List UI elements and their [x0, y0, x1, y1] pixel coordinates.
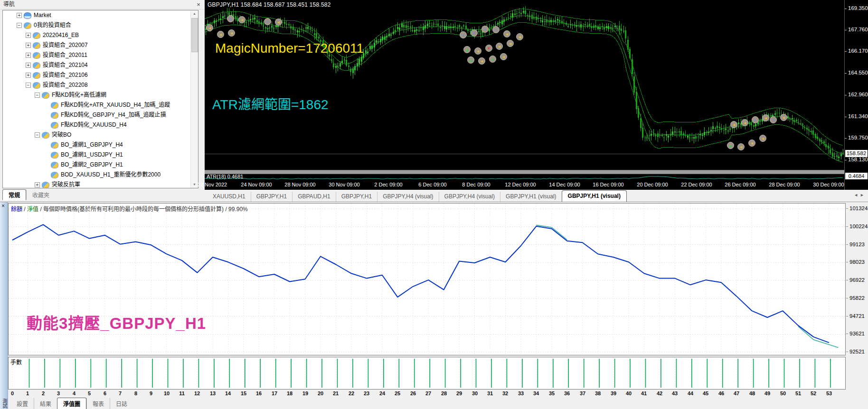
close-icon[interactable]: ×: [1, 203, 5, 209]
tree-spacer: [44, 142, 49, 148]
trade-marker-icon: ◄: [507, 40, 514, 47]
tree-item[interactable]: +投資組合_202011: [3, 50, 198, 60]
expand-icon[interactable]: +: [17, 13, 22, 18]
chart-tab[interactable]: GBPAUD,H1: [292, 192, 335, 202]
chart-ohlc-title: GBPJPY,H1 158.684 158.687 158.451 158.58…: [208, 1, 331, 8]
tree-item[interactable]: BO_濾網2_GBPJPY_H1: [3, 160, 198, 170]
date-axis-label: 6 Dec 09:00: [418, 182, 446, 187]
tester-tab-report[interactable]: 報表: [86, 398, 110, 409]
tree-item[interactable]: −突破BO: [3, 130, 198, 140]
tree-item[interactable]: −0我的投資組合: [3, 20, 198, 30]
collapse-icon[interactable]: −: [17, 23, 22, 28]
tester-tab-graph[interactable]: 淨值圖: [57, 398, 86, 409]
equity-tick: [846, 226, 848, 227]
trade-number-label: 45: [703, 390, 708, 396]
trade-marker-icon: ◄: [500, 53, 507, 60]
equity-axis-label: 99123: [849, 242, 865, 247]
tree-spacer: [44, 172, 49, 177]
lots-label: 手數: [10, 358, 22, 366]
navigator-scrollbar[interactable]: ▲ ▼: [190, 10, 198, 188]
scroll-up-icon[interactable]: ▲: [191, 10, 198, 17]
date-axis-label: 16 Dec 09:00: [593, 182, 623, 187]
collapse-icon[interactable]: −: [35, 132, 40, 138]
navigator-tab-common[interactable]: 常規: [2, 189, 26, 200]
chart-tab[interactable]: GBPJPY,H4 (visual): [439, 192, 500, 202]
trade-marker-icon: ◄: [741, 119, 748, 126]
date-axis-label: 14 Dec 09:00: [549, 182, 580, 187]
tree-item[interactable]: +20220416_EB: [3, 30, 198, 40]
chart-tab[interactable]: GBPJPY,H1 (visual): [562, 190, 627, 202]
trade-number-label: 11: [179, 390, 185, 396]
tree-item[interactable]: F點KD鈍化_GBPJPY_H4_加碼_追蹤止損: [3, 110, 198, 120]
chart-tab[interactable]: GBPJPY,H1: [251, 192, 292, 202]
scroll-down-icon[interactable]: ▼: [191, 181, 198, 188]
scrollbar-thumb[interactable]: [191, 18, 198, 52]
trade-number-label: 14: [225, 390, 231, 396]
equity-axis-label: 96922: [849, 277, 865, 283]
pane-divider[interactable]: [205, 170, 844, 174]
tree-item[interactable]: +突破反抗軍: [3, 180, 198, 188]
price-axis-label: 169.350: [848, 5, 868, 11]
equity-legend: 淨值: [27, 206, 38, 213]
collapse-icon[interactable]: −: [26, 83, 31, 88]
tree-item[interactable]: −F點KD鈍化+高低濾網: [3, 90, 198, 100]
trade-number-label: 25: [395, 390, 400, 396]
tree-item[interactable]: +投資組合_202106: [3, 70, 198, 80]
tab-next-icon[interactable]: ►: [860, 193, 866, 197]
trade-marker-icon: ◄: [217, 31, 224, 38]
expand-icon[interactable]: +: [35, 182, 40, 187]
tree-item[interactable]: BO_濾網1_GBPJPY_H4: [3, 140, 198, 150]
close-icon[interactable]: ×: [195, 0, 202, 9]
price-tick: [845, 95, 847, 95]
equity-axis: 1013241002249912398023969229582294721936…: [846, 203, 868, 355]
expand-icon[interactable]: +: [26, 63, 31, 68]
tree-item[interactable]: +投資組合_202104: [3, 60, 198, 70]
expand-icon[interactable]: +: [26, 43, 31, 48]
trade-number-label: 46: [718, 390, 724, 396]
tree-item[interactable]: BO_濾網1_USDJPY_H1: [3, 150, 198, 160]
expert-advisor-icon: [33, 42, 40, 49]
navigator-title: 導航: [3, 1, 15, 8]
atr-value-box: 0.4684: [845, 173, 868, 179]
chart-tab[interactable]: GBPJPY,H4 (visual): [377, 192, 438, 202]
expand-icon[interactable]: +: [26, 73, 31, 78]
tree-item-label: 投資組合_202011: [43, 50, 87, 60]
date-axis: 22 Nov 202224 Nov 09:0028 Nov 09:0030 No…: [205, 181, 844, 190]
trade-number-label: 8: [134, 390, 137, 396]
equity-axis-label: 101324: [849, 205, 868, 211]
expand-icon[interactable]: +: [26, 33, 31, 38]
tree-item[interactable]: F點KD鈍化_XAUUSD_H4: [3, 120, 198, 130]
tester-tab-settings[interactable]: 設置: [11, 398, 34, 409]
date-axis-label: 22 Dec 09:00: [681, 182, 712, 187]
tree-spacer: [44, 122, 49, 128]
navigator-panel: 導航 × +Market−0我的投資組合+20220416_EB+投資組合_20…: [0, 0, 205, 202]
trade-number-label: 35: [549, 390, 555, 396]
tree-spacer: [44, 102, 49, 108]
navigator-tab-favorites[interactable]: 收藏夾: [26, 189, 56, 200]
equity-axis-label: 93621: [849, 331, 865, 336]
tab-prev-icon[interactable]: ◄: [854, 193, 860, 197]
tab-scroll-arrows[interactable]: ◄►: [854, 193, 866, 197]
tree-item-label: 20220416_EB: [43, 30, 79, 40]
price-axis-label: 159.750: [848, 135, 868, 140]
tree-item[interactable]: BOD_XAUUSD_H1_重新優化参數2000: [3, 170, 198, 180]
expert-advisor-icon: [51, 112, 58, 119]
trade-number-label: 16: [256, 390, 262, 396]
tree-item-label: 投資組合_202208: [43, 80, 88, 90]
collapse-icon[interactable]: −: [35, 93, 40, 98]
tester-tab-journal[interactable]: 日誌: [110, 398, 133, 409]
tree-item[interactable]: +投資組合_202007: [3, 40, 198, 50]
chart-tab[interactable]: XAUUSD,H1: [208, 192, 251, 202]
chart-tab[interactable]: GBPJPY,H1: [336, 192, 377, 202]
expert-advisor-icon: [51, 152, 58, 158]
chart-tab[interactable]: GBPJPY,H1 (visual): [500, 192, 561, 202]
trade-marker-icon: ◄: [759, 135, 766, 142]
tree-item[interactable]: −投資組合_202208: [3, 80, 198, 90]
trade-number-label: 34: [533, 390, 539, 396]
tree-item[interactable]: +Market: [3, 10, 198, 20]
tree-item[interactable]: F點KD鈍化+ATR_XAUUSD_H4_加碼_追蹤: [3, 100, 198, 110]
equity-tick: [846, 352, 848, 352]
tree-item-label: 投資組合_202007: [43, 40, 88, 50]
tester-tab-results[interactable]: 結果: [34, 398, 57, 409]
expand-icon[interactable]: +: [26, 53, 31, 58]
